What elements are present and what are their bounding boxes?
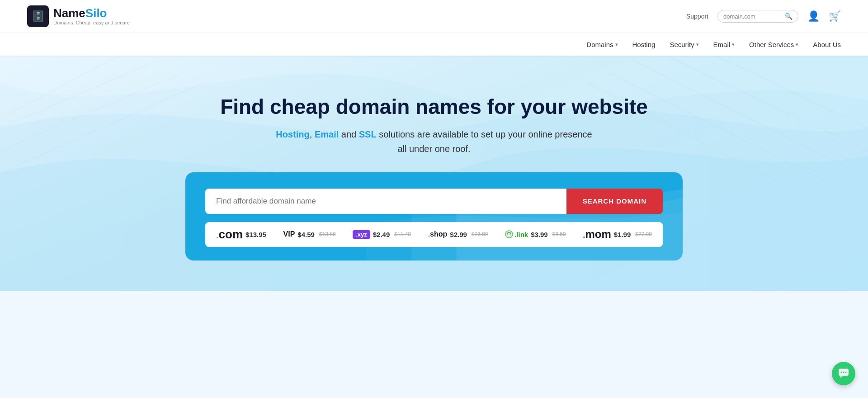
- domain-search-input[interactable]: [205, 189, 566, 214]
- nav-label-about-us: About Us: [813, 41, 841, 48]
- svg-line-4: [678, 56, 868, 128]
- logo-name-part2: Silo: [85, 6, 107, 20]
- logo-text: NameSilo Domains. Cheap, easy and secure: [53, 7, 130, 25]
- hero-link-ssl[interactable]: SSL: [359, 129, 377, 139]
- chevron-down-icon-email: ▾: [732, 42, 735, 47]
- nav-item-about-us[interactable]: About Us: [813, 41, 841, 48]
- hero-title: Find cheap domain names for your website: [220, 95, 648, 119]
- logo[interactable]: 🗄️ NameSilo Domains. Cheap, easy and sec…: [27, 5, 130, 27]
- logo-tagline: Domains. Cheap, easy and secure: [53, 20, 130, 25]
- chevron-down-icon: ▾: [615, 42, 618, 47]
- tld-old-price-shop: $26.99: [472, 231, 488, 237]
- tld-price-xyz: $2.49: [373, 231, 390, 238]
- account-icon[interactable]: 👤: [807, 10, 820, 22]
- nav-label-domains: Domains: [586, 41, 613, 48]
- hero-section: Find cheap domain names for your website…: [0, 56, 868, 291]
- nav-item-other-services[interactable]: Other Services ▾: [749, 41, 798, 48]
- hero-subtitle-mid2: and: [339, 129, 359, 139]
- header-top: 🗄️ NameSilo Domains. Cheap, easy and sec…: [0, 0, 868, 33]
- svg-line-2: [656, 56, 868, 151]
- svg-line-6: [0, 74, 181, 151]
- tld-old-price-xyz: $11.48: [394, 231, 411, 237]
- tld-name-link: .link: [505, 230, 528, 238]
- nav-label-other-services: Other Services: [749, 41, 794, 48]
- link-icon: [505, 230, 513, 238]
- support-link[interactable]: Support: [686, 13, 708, 20]
- tld-price-vip: $4.59: [297, 231, 315, 238]
- chevron-down-icon-security: ▾: [696, 42, 699, 47]
- header-search-input[interactable]: [723, 13, 782, 20]
- hero-link-email[interactable]: Email: [315, 129, 339, 139]
- domain-search-row: SEARCH DOMAIN: [205, 189, 663, 214]
- tld-price-mom: $1.99: [614, 231, 631, 238]
- cart-icon[interactable]: 🛒: [829, 10, 841, 22]
- tld-old-price-link: $8.59: [552, 231, 566, 237]
- tld-price-link: $3.99: [531, 231, 548, 238]
- search-icon[interactable]: 🔍: [785, 13, 793, 20]
- chevron-down-icon-other: ▾: [796, 42, 798, 47]
- nav-item-security[interactable]: Security ▾: [670, 41, 698, 48]
- nav-item-hosting[interactable]: Hosting: [632, 41, 656, 48]
- tld-item-vip[interactable]: VIP $4.59 $13.88: [283, 230, 336, 238]
- logo-icon: 🗄️: [27, 5, 49, 27]
- nav-item-email[interactable]: Email ▾: [713, 41, 735, 48]
- tld-name-xyz: .xyz: [353, 230, 370, 239]
- svg-line-0: [633, 60, 859, 173]
- tld-item-mom[interactable]: mom $1.99 $27.99: [583, 228, 652, 241]
- svg-line-5: [0, 60, 158, 128]
- nav-label-security: Security: [670, 41, 694, 48]
- nav-label-hosting: Hosting: [632, 41, 656, 48]
- tld-item-shop[interactable]: shop $2.99 $26.99: [428, 230, 488, 238]
- logo-name: NameSilo: [53, 7, 130, 19]
- tld-item-com[interactable]: com $13.95: [216, 227, 266, 242]
- tld-item-link[interactable]: .link $3.99 $8.59: [505, 230, 566, 238]
- nav-item-domains[interactable]: Domains ▾: [586, 41, 618, 48]
- hero-subtitle: Hosting, Email and SSL solutions are ava…: [276, 127, 592, 156]
- tld-price-shop: $2.99: [450, 231, 467, 238]
- hero-subtitle-mid1: ,: [310, 129, 315, 139]
- logo-name-part1: Name: [53, 6, 85, 20]
- tld-name-mom: mom: [583, 228, 611, 241]
- header-search-box[interactable]: 🔍: [717, 10, 798, 23]
- site-header: 🗄️ NameSilo Domains. Cheap, easy and sec…: [0, 0, 868, 56]
- tld-item-xyz[interactable]: .xyz $2.49 $11.48: [353, 230, 411, 239]
- svg-line-1: [610, 74, 836, 187]
- tld-old-price-mom: $27.99: [635, 231, 652, 237]
- tld-old-price-vip: $13.88: [319, 231, 336, 237]
- search-card: SEARCH DOMAIN com $13.95 VIP $4.59 $13.8…: [185, 172, 683, 261]
- hero-subtitle-post: solutions are available to set up your o…: [377, 129, 592, 154]
- svg-line-8: [0, 56, 136, 119]
- search-card-wave: [185, 172, 683, 261]
- tld-name-com: com: [216, 227, 243, 242]
- hero-link-hosting[interactable]: Hosting: [276, 129, 309, 139]
- tld-name-vip: VIP: [283, 230, 295, 238]
- svg-line-7: [0, 83, 203, 173]
- nav-label-email: Email: [713, 41, 731, 48]
- main-nav: Domains ▾ Hosting Security ▾ Email ▾ Oth…: [0, 33, 868, 56]
- tlds-row: com $13.95 VIP $4.59 $13.88 .xyz $2.49 $…: [205, 222, 663, 247]
- header-right: Support 🔍 👤 🛒: [686, 10, 841, 23]
- search-domain-button[interactable]: SEARCH DOMAIN: [566, 189, 663, 214]
- tld-price-com: $13.95: [245, 231, 266, 238]
- tld-name-shop: shop: [428, 230, 448, 238]
- svg-point-9: [505, 231, 513, 238]
